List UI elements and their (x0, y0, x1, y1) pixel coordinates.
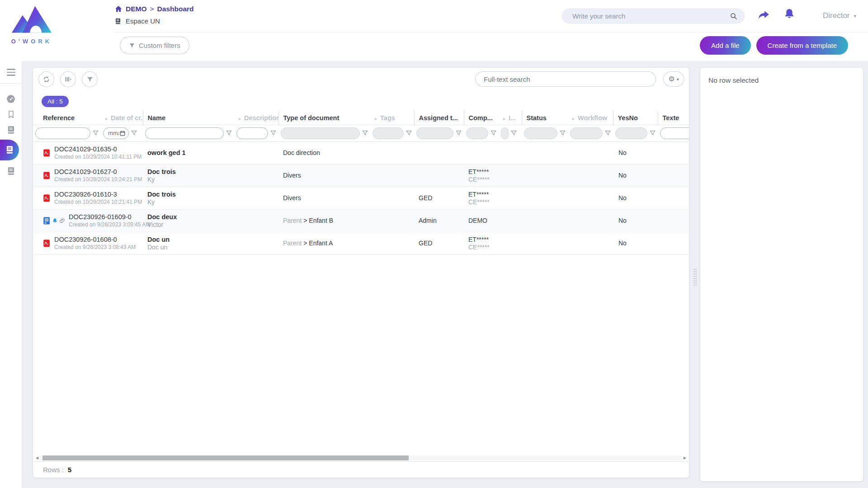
filter-assigned-disabled (416, 127, 453, 139)
scrollbar-track[interactable] (40, 455, 682, 460)
sidebar-item-bookmarks[interactable] (6, 110, 16, 119)
col-header-yesno[interactable]: YesNo (613, 111, 658, 125)
filter-reference (35, 127, 90, 139)
filter-texte (660, 127, 689, 139)
detail-panel: No row selected (700, 68, 863, 481)
notifications-bell-icon[interactable] (783, 8, 796, 22)
sidebar-item-documents[interactable] (6, 125, 16, 135)
calendar-icon[interactable] (120, 131, 125, 136)
group-expand-icon[interactable]: ▸ (105, 116, 108, 121)
columns-button[interactable] (60, 71, 76, 87)
col-header-texte[interactable]: Texte (658, 111, 689, 125)
share-icon[interactable] (757, 9, 770, 24)
user-role-label: Director (823, 11, 850, 20)
rows-count: 5 (68, 466, 71, 474)
add-file-button[interactable]: Add a file (700, 36, 751, 55)
refresh-button[interactable] (38, 71, 54, 87)
fulltext-search-input[interactable] (476, 75, 656, 83)
scroll-right-icon[interactable]: ▶ (682, 456, 688, 460)
panel-resize-grip[interactable] (693, 268, 697, 286)
filter-funnel-icon[interactable] (93, 130, 99, 136)
col-header-status[interactable]: Status (522, 111, 568, 125)
col-header-reference[interactable]: Reference (33, 111, 101, 125)
filter-funnel-icon[interactable] (560, 130, 566, 136)
caret-down-icon: ▾ (854, 13, 857, 19)
col-header-assigned[interactable]: Assigned t... (414, 111, 464, 125)
table-settings-button[interactable]: ⚙ ▾ (663, 71, 684, 87)
col-header-tags[interactable]: ▸Tags (370, 111, 414, 125)
table-row[interactable]: DOC241029-01635-0Created on 10/29/2024 1… (33, 141, 689, 164)
filter-funnel-icon[interactable] (605, 130, 611, 136)
filter-funnel-icon[interactable] (270, 130, 276, 136)
pdf-file-icon (43, 149, 51, 157)
col-header-workflow[interactable]: ▸Workflow (568, 111, 613, 125)
rows-label: Rows : (43, 466, 64, 474)
horizontal-scrollbar: ◀ ▶ (33, 455, 689, 461)
filter-texte-input[interactable] (660, 130, 689, 136)
sidebar-item-dashboard[interactable] (6, 94, 16, 104)
filter-company-disabled (466, 127, 488, 139)
group-expand-icon[interactable]: ▸ (572, 116, 575, 121)
col-header-description[interactable]: ▸Description (234, 111, 278, 125)
global-search-input[interactable] (562, 12, 730, 20)
filter-button[interactable] (82, 71, 98, 87)
pdf-file-icon (43, 239, 51, 248)
table-row[interactable]: DOC230926-01610-3Created on 10/29/2024 1… (33, 187, 689, 209)
custom-filters-button[interactable]: Custom filters (120, 37, 189, 54)
filter-funnel-icon[interactable] (491, 130, 496, 136)
sidebar-item-ged-active[interactable] (0, 140, 19, 160)
home-icon[interactable] (114, 5, 123, 13)
logo-wordmark: O'WORK (6, 38, 57, 45)
filter-name-input[interactable] (146, 130, 223, 136)
col-header-i[interactable]: ▸I... (499, 111, 522, 125)
top-header: O'WORK DEMO > Dashboard Espace UN Dire (0, 0, 868, 61)
group-expand-icon[interactable]: ▸ (375, 116, 377, 121)
table-row[interactable]: w DOC230926-01609-0Created on 9/26/2023 … (33, 209, 689, 232)
paperclip-icon (59, 218, 65, 224)
app-logo[interactable]: O'WORK (6, 3, 57, 45)
global-search (562, 9, 745, 23)
col-header-date[interactable]: ▸Date of cr... (101, 111, 143, 125)
filter-funnel-icon[interactable] (406, 130, 412, 136)
documents-table-card: ⚙ ▾ All : 5 Reference ▸Date of cr... Nam… (33, 68, 689, 478)
filter-yesno-disabled (615, 127, 647, 139)
funnel-icon (129, 42, 135, 49)
filter-description-input[interactable] (237, 130, 268, 136)
filter-date-input[interactable] (104, 130, 120, 136)
fulltext-search (475, 71, 656, 87)
breadcrumb-separator: > (150, 5, 154, 13)
filter-funnel-icon[interactable] (456, 130, 462, 136)
filter-tags-disabled (373, 127, 404, 139)
filter-reference-input[interactable] (36, 130, 90, 136)
menu-hamburger-icon[interactable] (7, 69, 15, 76)
caret-down-icon: ▾ (677, 77, 679, 82)
scrollbar-thumb[interactable] (42, 455, 409, 460)
all-count-badge[interactable]: All : 5 (42, 96, 69, 107)
mountain-logo-icon (11, 30, 52, 38)
breadcrumb-current[interactable]: Dashboard (157, 5, 194, 13)
user-role-dropdown[interactable]: Director ▾ (823, 11, 856, 20)
create-from-template-button[interactable]: Create from a template (756, 36, 848, 55)
svg-text:w: w (44, 221, 47, 224)
table-row[interactable]: DOC241029-01627-0Created on 10/29/2024 1… (33, 164, 689, 187)
col-header-type[interactable]: Type of document (278, 111, 370, 125)
filter-i-disabled (501, 127, 509, 139)
group-expand-icon[interactable]: ▸ (503, 116, 505, 121)
col-header-name[interactable]: Name (143, 111, 234, 125)
sidebar-item-archive[interactable] (6, 166, 16, 176)
workspace-name[interactable]: Espace UN (126, 17, 160, 25)
book-icon (114, 18, 122, 25)
breadcrumb-root[interactable]: DEMO (126, 5, 147, 13)
group-expand-icon[interactable]: ▸ (239, 116, 241, 121)
filter-funnel-icon[interactable] (362, 130, 368, 136)
search-icon[interactable] (730, 12, 738, 20)
scroll-left-icon[interactable]: ◀ (34, 456, 40, 460)
filter-funnel-icon[interactable] (226, 130, 232, 136)
col-header-company[interactable]: Comp... (464, 111, 499, 125)
filter-funnel-icon[interactable] (650, 130, 656, 136)
header-divider (114, 32, 868, 33)
filter-funnel-icon[interactable] (511, 130, 517, 136)
table-row[interactable]: DOC230926-01608-0Created on 9/26/2023 3:… (33, 232, 689, 254)
filter-workflow-disabled (570, 127, 603, 139)
filter-funnel-icon[interactable] (131, 130, 137, 136)
